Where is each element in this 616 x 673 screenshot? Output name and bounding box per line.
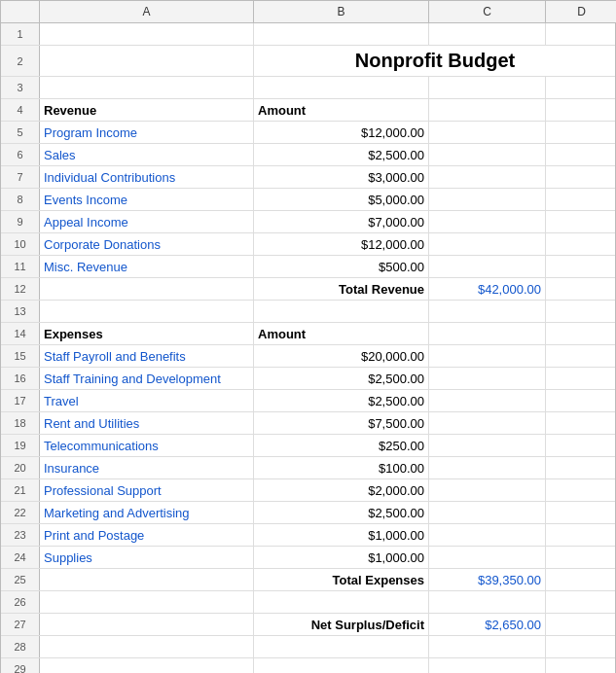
cell-28a bbox=[40, 636, 254, 657]
cell-12d bbox=[546, 278, 616, 300]
table-row: 19 Telecommunications $250.00 bbox=[1, 435, 615, 457]
row-number: 13 bbox=[1, 301, 40, 322]
row-number: 14 bbox=[1, 323, 40, 344]
cell-3a bbox=[40, 77, 254, 98]
cell-21a: Professional Support bbox=[40, 479, 254, 501]
table-row: 14 Expenses Amount bbox=[1, 323, 615, 345]
cell-18c bbox=[429, 412, 546, 434]
cell-13c bbox=[429, 301, 546, 322]
cell-25c: $39,350.00 bbox=[429, 569, 546, 590]
cell-10d bbox=[546, 233, 616, 255]
corner-cell bbox=[1, 1, 40, 22]
table-row: 3 bbox=[1, 77, 615, 99]
cell-10a: Corporate Donations bbox=[40, 233, 254, 255]
cell-6b: $2,500.00 bbox=[254, 144, 429, 165]
table-row: 27 Net Surplus/Deficit $2,650.00 bbox=[1, 614, 615, 636]
table-row: 23 Print and Postage $1,000.00 bbox=[1, 524, 615, 547]
table-row: 9 Appeal Income $7,000.00 bbox=[1, 211, 615, 233]
cell-15b: $20,000.00 bbox=[254, 345, 429, 367]
cell-17a: Travel bbox=[40, 390, 254, 411]
cell-21b: $2,000.00 bbox=[254, 479, 429, 501]
cell-13b bbox=[254, 301, 429, 322]
cell-22d bbox=[546, 502, 616, 523]
row-number: 9 bbox=[1, 211, 40, 232]
cell-13d bbox=[546, 301, 616, 322]
cell-28d bbox=[546, 636, 616, 657]
row-number: 21 bbox=[1, 479, 40, 501]
cell-10b: $12,000.00 bbox=[254, 233, 429, 255]
cell-11a: Misc. Revenue bbox=[40, 256, 254, 277]
cell-5c bbox=[429, 122, 546, 143]
cell-20c bbox=[429, 457, 546, 478]
cell-21d bbox=[546, 479, 616, 501]
row-number: 15 bbox=[1, 345, 40, 367]
cell-7c bbox=[429, 166, 546, 188]
col-header-b: B bbox=[254, 1, 429, 22]
table-row: 4 Revenue Amount bbox=[1, 99, 615, 122]
table-row: 10 Corporate Donations $12,000.00 bbox=[1, 233, 615, 256]
row-number: 23 bbox=[1, 524, 40, 546]
cell-12a bbox=[40, 278, 254, 300]
cell-23a: Print and Postage bbox=[40, 524, 254, 546]
table-row: 16 Staff Training and Development $2,500… bbox=[1, 368, 615, 390]
cell-19c bbox=[429, 435, 546, 456]
cell-23d bbox=[546, 524, 616, 546]
cell-20d bbox=[546, 457, 616, 478]
cell-16d bbox=[546, 368, 616, 389]
table-row: 6 Sales $2,500.00 bbox=[1, 144, 615, 166]
cell-29c bbox=[429, 658, 546, 673]
cell-8b: $5,000.00 bbox=[254, 189, 429, 210]
cell-26d bbox=[546, 591, 616, 613]
cell-24b: $1,000.00 bbox=[254, 547, 429, 568]
col-header-d: D bbox=[546, 1, 616, 22]
cell-7a: Individual Contributions bbox=[40, 166, 254, 188]
cell-22a: Marketing and Advertising bbox=[40, 502, 254, 523]
cell-9a: Appeal Income bbox=[40, 211, 254, 232]
cell-17d bbox=[546, 390, 616, 411]
row-number: 1 bbox=[1, 23, 40, 45]
cell-25b-total-label: Total Expenses bbox=[254, 569, 429, 590]
cell-2a bbox=[40, 46, 254, 76]
cell-14a: Expenses bbox=[40, 323, 254, 344]
cell-18a: Rent and Utilities bbox=[40, 412, 254, 434]
cell-13a bbox=[40, 301, 254, 322]
cell-5a: Program Income bbox=[40, 122, 254, 143]
cell-5b: $12,000.00 bbox=[254, 122, 429, 143]
spreadsheet-title: Nonprofit Budget bbox=[254, 46, 616, 76]
cell-6a: Sales bbox=[40, 144, 254, 165]
cell-1c bbox=[429, 23, 546, 45]
table-row: 12 Total Revenue $42,000.00 bbox=[1, 278, 615, 301]
row-number: 18 bbox=[1, 412, 40, 434]
table-row: 25 Total Expenses $39,350.00 bbox=[1, 569, 615, 591]
table-row: 1 bbox=[1, 23, 615, 46]
cell-1d bbox=[546, 23, 616, 45]
cell-25d bbox=[546, 569, 616, 590]
table-row: 13 bbox=[1, 301, 615, 323]
row-number: 12 bbox=[1, 278, 40, 300]
cell-24a: Supplies bbox=[40, 547, 254, 568]
cell-29b bbox=[254, 658, 429, 673]
row-number: 20 bbox=[1, 457, 40, 478]
table-row: 11 Misc. Revenue $500.00 bbox=[1, 256, 615, 278]
table-row: 21 Professional Support $2,000.00 bbox=[1, 479, 615, 502]
row-number: 27 bbox=[1, 614, 40, 635]
cell-4b: Amount bbox=[254, 99, 429, 121]
cell-12c: $42,000.00 bbox=[429, 278, 546, 300]
spreadsheet: A B C D 1 2 Nonprofit Budget 3 4 Revenue bbox=[0, 0, 616, 673]
table-row: 26 bbox=[1, 591, 615, 614]
cell-17c bbox=[429, 390, 546, 411]
cell-19a: Telecommunications bbox=[40, 435, 254, 456]
row-number: 10 bbox=[1, 233, 40, 255]
cell-6d bbox=[546, 144, 616, 165]
row-number: 11 bbox=[1, 256, 40, 277]
table-row: 15 Staff Payroll and Benefits $20,000.00 bbox=[1, 345, 615, 368]
cell-16a: Staff Training and Development bbox=[40, 368, 254, 389]
table-row: 22 Marketing and Advertising $2,500.00 bbox=[1, 502, 615, 524]
cell-3b bbox=[254, 77, 429, 98]
row-number: 29 bbox=[1, 658, 40, 673]
row-number: 3 bbox=[1, 77, 40, 98]
cell-25a bbox=[40, 569, 254, 590]
table-row: 29 bbox=[1, 658, 615, 673]
cell-15d bbox=[546, 345, 616, 367]
cell-8c bbox=[429, 189, 546, 210]
